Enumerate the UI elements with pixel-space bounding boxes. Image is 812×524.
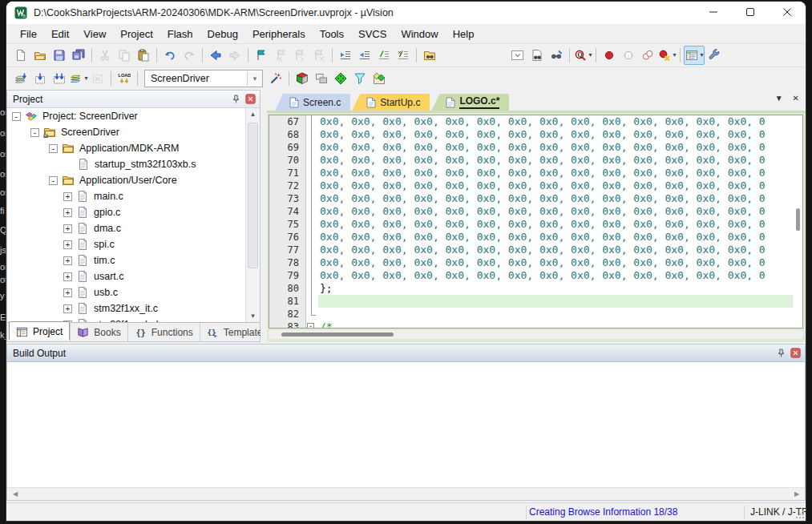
find-text-combobox[interactable]: ▾ <box>508 46 527 64</box>
panel-splitter[interactable] <box>261 90 267 342</box>
scrollbar-thumb[interactable] <box>248 123 258 268</box>
menu-item[interactable]: File <box>13 26 44 42</box>
close-panel-icon[interactable] <box>789 347 802 359</box>
rebuild-all-button[interactable]: ▾ <box>50 70 69 87</box>
fold-marker-icon[interactable]: - <box>307 323 314 329</box>
dropdown-caret-icon[interactable]: ▾ <box>84 75 87 82</box>
tree-expander[interactable]: + <box>63 208 72 217</box>
tree-item[interactable]: + dma.c <box>7 220 260 236</box>
scroll-right-icon[interactable]: ▶ <box>790 488 803 500</box>
code-line[interactable]: 68 0x0, 0x0, 0x0, 0x0, 0x0, 0x0, 0x0, 0x… <box>269 128 802 141</box>
tree-expander[interactable]: - <box>12 112 21 121</box>
menu-item[interactable]: Debug <box>200 26 245 42</box>
tree-item[interactable]: - Application/MDK-ARM <box>7 140 260 156</box>
tree-expander[interactable]: + <box>63 192 72 201</box>
tree-item[interactable]: - ScreenDriver <box>7 124 260 140</box>
translate-button[interactable]: ▾ <box>11 70 30 87</box>
code-line[interactable]: 78 0x0, 0x0, 0x0, 0x0, 0x0, 0x0, 0x0, 0x… <box>269 256 802 269</box>
tree-item[interactable]: + gpio.c <box>7 204 260 220</box>
target-select-combobox[interactable]: ScreenDriver ▾ <box>144 70 263 87</box>
code-line[interactable]: 80 }; <box>269 282 802 295</box>
combobox-caret-icon[interactable]: ▾ <box>247 71 262 86</box>
code-line[interactable]: 73 0x0, 0x0, 0x0, 0x0, 0x0, 0x0, 0x0, 0x… <box>269 192 802 205</box>
close-window-button[interactable] <box>769 2 806 24</box>
editor-tab[interactable]: StartUp.c <box>352 94 430 111</box>
navigate-forward-button[interactable]: ▾ <box>225 46 244 64</box>
next-bookmark-button[interactable]: ▾ <box>290 46 309 64</box>
redo-button[interactable]: ▾ <box>180 46 199 64</box>
scrollbar-thumb[interactable] <box>281 333 394 337</box>
panel-tab[interactable]: Books <box>70 323 127 341</box>
configure-button[interactable]: ▾ <box>705 46 724 64</box>
project-tree-scrollbar[interactable]: ▲ ▼ <box>245 108 260 322</box>
tree-item[interactable]: + usb.c <box>7 284 260 300</box>
build-button[interactable]: ▾ <box>30 70 50 87</box>
close-panel-icon[interactable] <box>244 93 257 105</box>
code-line[interactable]: 76 0x0, 0x0, 0x0, 0x0, 0x0, 0x0, 0x0, 0x… <box>269 231 802 244</box>
code-viewport[interactable]: 67 0x0, 0x0, 0x0, 0x0, 0x0, 0x0, 0x0, 0x… <box>269 115 803 329</box>
undo-button[interactable]: ▾ <box>160 46 180 64</box>
paste-button[interactable]: ▾ <box>134 46 153 64</box>
menu-item[interactable]: Tools <box>313 26 351 42</box>
menu-item[interactable]: Project <box>113 26 160 42</box>
editor-tab[interactable]: Screen.c <box>275 94 350 111</box>
outdent-button[interactable]: ▾ <box>355 46 374 64</box>
flash-wizard-button[interactable]: ▾ <box>266 70 285 87</box>
open-file-button[interactable]: ▾ <box>30 46 50 64</box>
save-button[interactable]: ▾ <box>50 46 69 64</box>
maximize-button[interactable] <box>732 2 769 24</box>
tree-expander[interactable]: + <box>63 224 72 233</box>
start-stop-debug-button[interactable]: Q ▾ <box>573 46 592 64</box>
find-in-files-button[interactable]: ▾ <box>420 46 439 64</box>
comment-selection-button[interactable]: ▾ <box>374 46 394 64</box>
code-line[interactable]: 75 0x0, 0x0, 0x0, 0x0, 0x0, 0x0, 0x0, 0x… <box>269 218 802 231</box>
tree-expander[interactable]: + <box>63 288 72 297</box>
close-document-icon[interactable]: ✕ <box>793 94 799 103</box>
menu-item[interactable]: Flash <box>160 26 200 42</box>
panel-tab[interactable]: {} Functions <box>127 323 200 341</box>
pin-icon[interactable] <box>774 347 787 359</box>
code-line[interactable]: 77 0x0, 0x0, 0x0, 0x0, 0x0, 0x0, 0x0, 0x… <box>269 244 802 256</box>
panel-tab[interactable]: Project <box>9 321 70 340</box>
tree-item[interactable]: - Project: ScreenDriver <box>7 108 260 124</box>
menu-item[interactable]: Edit <box>44 26 76 42</box>
batch-build-button[interactable]: ▾ <box>69 70 88 87</box>
stop-build-button[interactable]: ▾ <box>88 70 107 87</box>
code-line[interactable]: 79 0x0, 0x0, 0x0, 0x0, 0x0, 0x0, 0x0, 0x… <box>269 269 802 282</box>
tree-expander[interactable]: - <box>49 144 58 153</box>
manage-rte-button[interactable]: ▾ <box>331 70 350 87</box>
dropdown-caret-icon[interactable]: ▾ <box>588 52 592 58</box>
tab-list-caret-icon[interactable]: ▼ <box>775 94 783 103</box>
disable-breakpoint-button[interactable]: ▾ <box>619 46 638 64</box>
copy-button[interactable]: ▾ <box>115 46 134 64</box>
tree-expander[interactable]: + <box>63 256 72 265</box>
editor-vertical-scrollbar[interactable] <box>795 117 801 326</box>
tree-item[interactable]: + stm32f1xx_it.c <box>7 300 260 316</box>
editor-horizontal-scrollbar[interactable] <box>269 330 803 339</box>
dropdown-caret-icon[interactable]: ▾ <box>673 52 676 58</box>
dropdown-caret-icon[interactable]: ▾ <box>700 52 703 58</box>
scroll-down-icon[interactable]: ▼ <box>246 310 260 322</box>
code-line[interactable]: 70 0x0, 0x0, 0x0, 0x0, 0x0, 0x0, 0x0, 0x… <box>269 154 802 167</box>
menu-item[interactable]: SVCS <box>351 26 394 42</box>
tree-item[interactable]: + tim.c <box>7 252 260 268</box>
tree-item[interactable]: startup_stm32f103xb.s <box>7 156 260 172</box>
code-line[interactable]: 82 <box>269 308 802 320</box>
find-in-files-doc-button[interactable]: ▾ <box>527 46 547 64</box>
scroll-left-icon[interactable]: ◀ <box>9 488 22 500</box>
menu-item[interactable]: Help <box>446 26 482 42</box>
code-line[interactable]: 67 0x0, 0x0, 0x0, 0x0, 0x0, 0x0, 0x0, 0x… <box>269 115 802 128</box>
code-line[interactable]: 83 - /* <box>269 320 802 329</box>
insert-breakpoint-button[interactable]: ▾ <box>600 46 619 64</box>
tree-item[interactable]: + spi.c <box>7 236 260 252</box>
tree-item[interactable]: - Application/User/Core <box>7 172 260 188</box>
pack-installer-button[interactable]: ▾ <box>370 70 389 87</box>
menu-item[interactable]: View <box>76 26 113 42</box>
tree-item[interactable]: + usart.c <box>7 268 260 284</box>
minimize-button[interactable] <box>695 2 732 24</box>
tree-expander[interactable]: + <box>63 304 72 313</box>
debug-windows-button[interactable]: ▾ <box>684 46 705 65</box>
save-all-button[interactable]: ▾ <box>69 46 88 64</box>
code-line[interactable]: 74 0x0, 0x0, 0x0, 0x0, 0x0, 0x0, 0x0, 0x… <box>269 205 802 218</box>
tree-expander[interactable]: - <box>30 128 39 137</box>
